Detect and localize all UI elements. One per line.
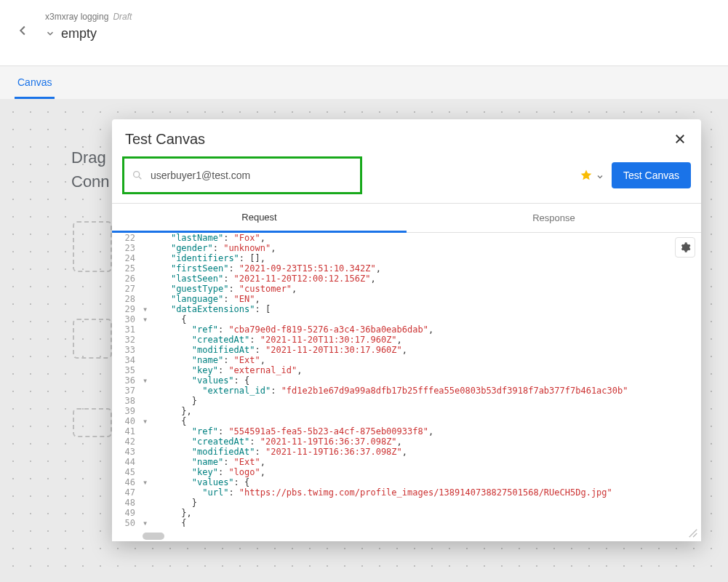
- line-number: 39: [112, 406, 143, 416]
- fold-icon: [143, 294, 150, 304]
- code-line[interactable]: 36▾ "values": {: [112, 375, 694, 386]
- code-line[interactable]: 35 "key": "external_id",: [112, 365, 694, 375]
- code-line[interactable]: 34 "name": "Ext",: [112, 355, 694, 365]
- code-content: "guestType": "customer",: [150, 284, 694, 294]
- line-number: 22: [112, 233, 143, 243]
- fold-icon: [143, 284, 150, 294]
- fold-icon[interactable]: ▾: [143, 314, 150, 324]
- code-line[interactable]: 50▾ {: [112, 518, 694, 527]
- line-number: 29: [112, 304, 143, 314]
- code-line[interactable]: 38 }: [112, 396, 694, 406]
- code-content: },: [150, 406, 694, 416]
- code-scroller[interactable]: 22 "lastName": "Fox",23 "gender": "unkno…: [112, 233, 694, 527]
- line-number: 34: [112, 355, 143, 365]
- line-number: 33: [112, 345, 143, 355]
- fold-icon: [143, 457, 150, 467]
- code-line[interactable]: 49 },: [112, 508, 694, 518]
- line-number: 42: [112, 436, 143, 447]
- code-line[interactable]: 43 "modifiedAt": "2021-11-19T16:36:37.09…: [112, 447, 694, 457]
- code-line[interactable]: 41 "ref": "554591a5-fea5-5b23-a4cf-875eb…: [112, 426, 694, 436]
- code-content: {: [150, 416, 694, 426]
- code-content: "values": {: [150, 375, 694, 386]
- fold-icon: [143, 436, 150, 447]
- code-line[interactable]: 37 "external_id": "fd1e2b1e67d9a99a8dfb1…: [112, 386, 694, 396]
- code-line[interactable]: 32 "createdAt": "2021-11-20T11:30:17.960…: [112, 335, 694, 345]
- fold-icon: [143, 447, 150, 457]
- code-line[interactable]: 26 "lastSeen": "2021-11-20T12:00:12.156Z…: [112, 274, 694, 284]
- code-line[interactable]: 31 "ref": "cba79e0d-f819-5276-a3c4-36ba0…: [112, 324, 694, 335]
- code-line[interactable]: 27 "guestType": "customer",: [112, 284, 694, 294]
- tab-canvas[interactable]: Canvas: [15, 68, 55, 99]
- code-line[interactable]: 33 "modifiedAt": "2021-11-20T11:30:17.96…: [112, 345, 694, 355]
- code-line[interactable]: 48 }: [112, 498, 694, 508]
- code-content: {: [150, 314, 694, 324]
- fold-icon[interactable]: ▾: [143, 416, 150, 426]
- line-number: 38: [112, 396, 143, 406]
- test-canvas-button[interactable]: Test Canvas: [612, 162, 691, 188]
- close-icon[interactable]: [673, 132, 688, 147]
- fold-icon: [143, 324, 150, 335]
- code-line[interactable]: 25 "firstSeen": "2021-09-23T15:51:10.342…: [112, 263, 694, 274]
- fold-icon: [143, 487, 150, 498]
- fold-icon: [143, 345, 150, 355]
- code-line[interactable]: 44 "name": "Ext",: [112, 457, 694, 467]
- code-content: },: [150, 508, 694, 518]
- code-line[interactable]: 28 "language": "EN",: [112, 294, 694, 304]
- top-header: x3mxray logging Draft empty: [0, 0, 728, 65]
- fold-icon: [143, 355, 150, 365]
- line-number: 47: [112, 487, 143, 498]
- fold-icon[interactable]: ▾: [143, 518, 150, 527]
- code-content: {: [150, 518, 694, 527]
- code-content: "language": "EN",: [150, 294, 694, 304]
- drop-zone-3[interactable]: [73, 408, 112, 437]
- code-line[interactable]: 24 "identifiers": [],: [112, 253, 694, 263]
- search-input[interactable]: [151, 170, 353, 181]
- line-number: 26: [112, 274, 143, 284]
- back-arrow-icon[interactable]: [15, 22, 32, 39]
- code-line[interactable]: 45 "key": "logo",: [112, 467, 694, 477]
- fold-icon[interactable]: ▾: [143, 375, 150, 386]
- code-line[interactable]: 47 "url": "https://pbs.twimg.com/profile…: [112, 487, 694, 498]
- breadcrumb-path: x3mxray logging: [45, 12, 108, 22]
- horizontal-scroll-thumb[interactable]: [143, 533, 164, 540]
- drop-zone-1[interactable]: [73, 221, 112, 272]
- code-line[interactable]: 46▾ "values": {: [112, 477, 694, 487]
- search-box[interactable]: [122, 156, 362, 194]
- fold-icon[interactable]: ▾: [143, 304, 150, 314]
- gear-icon[interactable]: [675, 237, 695, 258]
- tab-request[interactable]: Request: [112, 204, 407, 233]
- drop-zone-2[interactable]: [73, 319, 112, 359]
- fold-icon: [143, 467, 150, 477]
- tab-strip: Canvas: [0, 65, 728, 99]
- canvas-hint-text: Drag Conn: [71, 146, 110, 194]
- fold-icon: [143, 233, 150, 243]
- page-title: empty: [61, 26, 97, 41]
- code-content: }: [150, 498, 694, 508]
- line-number: 31: [112, 324, 143, 335]
- line-number: 49: [112, 508, 143, 518]
- code-line[interactable]: 42 "createdAt": "2021-11-19T16:36:37.098…: [112, 436, 694, 447]
- code-line[interactable]: 23 "gender": "unknown",: [112, 243, 694, 253]
- favorite-dropdown[interactable]: [580, 169, 604, 182]
- code-content: "dataExtensions": [: [150, 304, 694, 314]
- code-line[interactable]: 22 "lastName": "Fox",: [112, 233, 694, 243]
- code-line[interactable]: 30▾ {: [112, 314, 694, 324]
- line-number: 37: [112, 386, 143, 396]
- code-line[interactable]: 40▾ {: [112, 416, 694, 426]
- canvas-hint-line2: Conn: [71, 170, 110, 194]
- code-content: "createdAt": "2021-11-20T11:30:17.960Z",: [150, 335, 694, 345]
- code-line[interactable]: 29▾ "dataExtensions": [: [112, 304, 694, 314]
- tab-response[interactable]: Response: [407, 204, 701, 233]
- fold-icon: [143, 335, 150, 345]
- modal-title: Test Canvas: [125, 131, 205, 148]
- chevron-down-icon[interactable]: [45, 28, 57, 40]
- line-number: 23: [112, 243, 143, 253]
- fold-icon: [143, 426, 150, 436]
- draft-status: Draft: [113, 12, 132, 22]
- fold-icon[interactable]: ▾: [143, 477, 150, 487]
- code-line[interactable]: 39 },: [112, 406, 694, 416]
- line-number: 50: [112, 518, 143, 527]
- chevron-down-icon: [596, 171, 604, 180]
- line-number: 36: [112, 375, 143, 386]
- resize-handle-icon[interactable]: [688, 528, 698, 538]
